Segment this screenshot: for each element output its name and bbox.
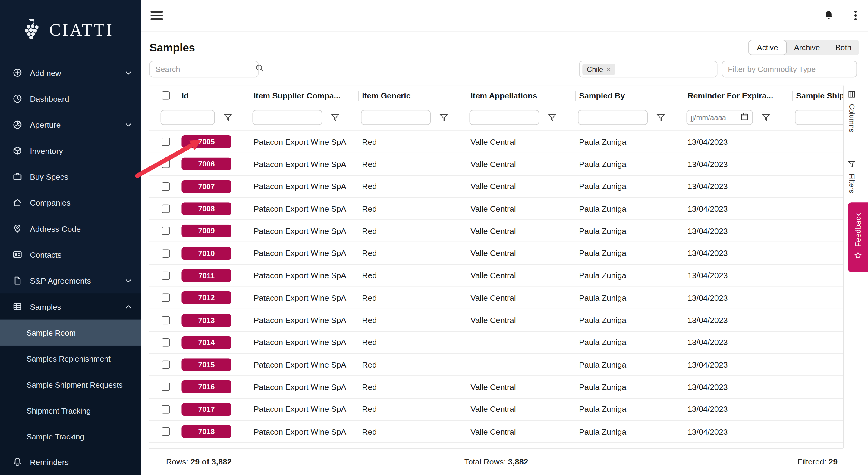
cell-reminder: 13/04/2023	[684, 227, 793, 235]
sidebar-subitem-sample-tracking[interactable]: Sample Tracking	[0, 423, 141, 449]
row-checkbox[interactable]	[161, 338, 170, 347]
chevron-up-icon	[126, 305, 131, 308]
column-header-id[interactable]: Id	[178, 87, 250, 105]
row-checkbox[interactable]	[161, 205, 170, 213]
column-header-shipment[interactable]: Sample Shipment	[793, 87, 843, 105]
map-pin-icon	[12, 224, 22, 234]
menu-toggle-icon[interactable]	[151, 11, 163, 20]
supplier-filter-input[interactable]	[253, 110, 322, 125]
sampled-by-filter-input[interactable]	[578, 110, 648, 125]
filters-panel-tab[interactable]: Filters	[847, 160, 856, 193]
sidebar-subitem-sample-room[interactable]: Sample Room	[0, 320, 141, 346]
sidebar-subitem-label: Sample Room	[27, 328, 76, 337]
row-checkbox[interactable]	[161, 227, 170, 235]
sidebar-item-add-new[interactable]: Add new	[0, 60, 141, 86]
cell-reminder: 13/04/2023	[684, 249, 793, 258]
columns-panel-label: Columns	[847, 104, 856, 132]
tab-active[interactable]: Active	[749, 40, 786, 55]
row-id-badge[interactable]: 7008	[181, 202, 231, 215]
row-checkbox[interactable]	[161, 294, 170, 302]
row-id-badge[interactable]: 7009	[181, 225, 231, 237]
row-id-badge[interactable]: 7010	[181, 247, 231, 260]
search-input[interactable]	[156, 65, 255, 73]
tab-archive[interactable]: Archive	[786, 40, 828, 55]
search-box	[150, 61, 258, 77]
row-checkbox[interactable]	[161, 383, 170, 391]
reminder-filter-funnel-icon[interactable]	[762, 113, 770, 121]
sidebar-item-inventory[interactable]: Inventory	[0, 138, 141, 164]
cell-generic: Red	[359, 338, 467, 347]
row-id-badge[interactable]: 7017	[181, 403, 231, 415]
sampled-by-filter-funnel-icon[interactable]	[656, 113, 665, 121]
country-filter-box[interactable]: Chile ×	[579, 61, 717, 77]
cell-appellations: Valle Central	[467, 249, 576, 258]
sidebar-subitem-sample-shipment-requests[interactable]: Sample Shipment Requests	[0, 371, 141, 397]
sidebar-subitem-shipment-tracking[interactable]: Shipment Tracking	[0, 398, 141, 423]
feedback-button[interactable]: Feedback	[848, 202, 868, 272]
chip-remove-icon[interactable]: ×	[607, 65, 611, 73]
table-row: 7017Patacon Export Wine SpARedValle Cent…	[150, 398, 843, 420]
row-id-badge[interactable]: 7013	[181, 314, 231, 326]
sidebar-item-contacts[interactable]: Contacts	[0, 242, 141, 268]
table-header-row: Id Item Supplier Compa... Item Generic I…	[150, 86, 843, 104]
column-header-generic[interactable]: Item Generic	[359, 87, 467, 105]
appellations-filter-funnel-icon[interactable]	[548, 113, 556, 121]
calendar-icon[interactable]	[741, 113, 749, 122]
generic-filter-funnel-icon[interactable]	[439, 113, 448, 121]
id-filter-input[interactable]	[161, 110, 215, 125]
sidebar-item-label: Contacts	[30, 250, 61, 259]
sidebar-item-reminders[interactable]: Reminders	[0, 449, 141, 475]
search-icon[interactable]	[256, 64, 264, 74]
cell-generic: Red	[359, 271, 467, 280]
appellations-filter-input[interactable]	[470, 110, 539, 125]
cell-generic: Red	[359, 138, 467, 146]
row-checkbox[interactable]	[161, 316, 170, 325]
row-checkbox[interactable]	[161, 160, 170, 169]
sidebar-item-dashboard[interactable]: Dashboard	[0, 86, 141, 112]
row-id-badge[interactable]: 7016	[181, 380, 231, 393]
generic-filter-input[interactable]	[361, 110, 431, 125]
row-id-badge[interactable]: 7015	[181, 358, 231, 371]
commodity-type-filter-input[interactable]	[722, 61, 857, 77]
row-checkbox[interactable]	[161, 182, 170, 191]
sidebar-item-buy-specs[interactable]: Buy Specs	[0, 164, 141, 190]
rows-count: Rows: 29 of 3,882	[150, 457, 365, 466]
table-body: 7005Patacon Export Wine SpARedValle Cent…	[150, 131, 843, 443]
tab-both[interactable]: Both	[828, 40, 859, 55]
row-id-badge[interactable]: 7005	[181, 135, 231, 148]
column-header-supplier[interactable]: Item Supplier Compa...	[250, 87, 359, 105]
notifications-bell-icon[interactable]	[823, 10, 834, 21]
select-all-checkbox[interactable]	[161, 91, 170, 100]
sidebar-subitem-samples-replenishment[interactable]: Samples Replenishment	[0, 346, 141, 371]
row-checkbox[interactable]	[161, 405, 170, 414]
row-checkbox[interactable]	[161, 361, 170, 369]
row-id-badge[interactable]: 7018	[181, 425, 231, 438]
cell-appellations: Valle Central	[467, 160, 576, 169]
row-id-badge[interactable]: 7012	[181, 292, 231, 304]
row-id-badge[interactable]: 7011	[181, 269, 231, 282]
row-checkbox[interactable]	[161, 138, 170, 146]
filtered-count: Filtered: 29	[627, 457, 843, 466]
columns-panel-tab[interactable]: Columns	[847, 90, 856, 132]
row-checkbox[interactable]	[161, 428, 170, 436]
sidebar-item-address-code[interactable]: Address Code	[0, 215, 141, 241]
row-id-badge[interactable]: 7006	[181, 158, 231, 170]
plus-circle-icon	[12, 68, 22, 78]
row-id-badge[interactable]: 7007	[181, 180, 231, 193]
sidebar-item-samples[interactable]: Samples	[0, 294, 141, 319]
cell-supplier: Patacon Export Wine SpA	[250, 204, 359, 213]
id-filter-funnel-icon[interactable]	[224, 113, 232, 121]
column-header-reminder[interactable]: Reminder For Expira...	[684, 87, 793, 105]
column-header-sampled-by[interactable]: Sampled By	[576, 87, 684, 105]
supplier-filter-funnel-icon[interactable]	[331, 113, 339, 121]
row-id-badge[interactable]: 7014	[181, 336, 231, 348]
shipment-filter-input[interactable]	[795, 110, 843, 125]
sidebar-item-companies[interactable]: Companies	[0, 190, 141, 215]
more-options-kebab-icon[interactable]	[854, 10, 857, 21]
row-checkbox[interactable]	[161, 272, 170, 280]
column-header-appellations[interactable]: Item Appellations	[467, 87, 576, 105]
sidebar-item-sp-agreements[interactable]: S&P Agreements	[0, 268, 141, 294]
sidebar-item-aperture[interactable]: Aperture	[0, 112, 141, 138]
reminder-date-filter-input[interactable]: jj/mm/aaaa	[687, 110, 753, 125]
row-checkbox[interactable]	[161, 249, 170, 258]
